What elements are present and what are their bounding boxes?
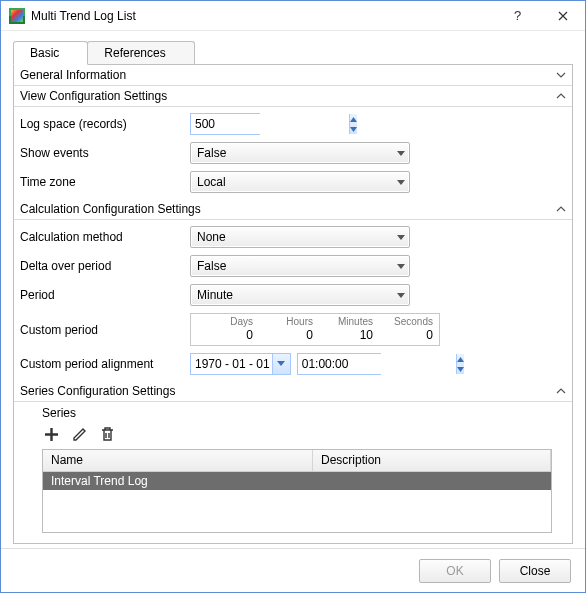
cell-name: Interval Trend Log (43, 474, 313, 488)
tab-panel: General Information View Configuration S… (13, 64, 573, 544)
table-row[interactable]: Interval Trend Log (43, 472, 551, 490)
spin-up-button[interactable] (457, 354, 464, 364)
chevron-down-icon (397, 230, 405, 244)
help-button[interactable]: ? (495, 1, 540, 31)
row-time-zone: Time zone Local (14, 169, 572, 195)
chevron-down-icon (556, 70, 566, 80)
series-grid: Name Description Interval Trend Log (42, 449, 552, 533)
row-log-space: Log space (records) (14, 111, 572, 137)
col-name[interactable]: Name (43, 450, 313, 471)
dialog-footer: OK Close (1, 548, 585, 592)
hours-label: Hours (257, 316, 313, 328)
pencil-icon (71, 426, 88, 443)
chevron-down-icon (397, 175, 405, 189)
log-space-spinbox[interactable] (190, 113, 260, 135)
delete-button[interactable] (98, 425, 116, 443)
section-series-title: Series Configuration Settings (20, 384, 175, 398)
tab-basic[interactable]: Basic (13, 41, 88, 65)
series-subtitle: Series (42, 406, 552, 420)
grid-body: Interval Trend Log (43, 472, 551, 532)
add-button[interactable] (42, 425, 60, 443)
row-show-events: Show events False (14, 140, 572, 166)
chevron-down-icon (397, 259, 405, 273)
content-area: Basic References General Information Vie… (1, 31, 585, 548)
period-combo[interactable]: Minute (190, 284, 410, 306)
section-calc-body: Calculation method None Delta over perio… (14, 220, 572, 381)
col-description[interactable]: Description (313, 450, 551, 471)
row-calc-method: Calculation method None (14, 224, 572, 250)
titlebar: Multi Trend Log List ? (1, 1, 585, 31)
period-label: Period (20, 288, 190, 302)
section-calc-header[interactable]: Calculation Configuration Settings (14, 199, 572, 220)
grid-header: Name Description (43, 450, 551, 472)
custom-period-box[interactable]: Days 0 Hours 0 Minutes 10 Seconds (190, 313, 440, 346)
tab-strip: Basic References (13, 41, 573, 64)
align-time-spinbox[interactable] (297, 353, 381, 375)
show-events-combo[interactable]: False (190, 142, 410, 164)
delta-combo[interactable]: False (190, 255, 410, 277)
hours-value[interactable]: 0 (306, 328, 313, 342)
log-space-label: Log space (records) (20, 117, 190, 131)
spin-up-button[interactable] (350, 114, 357, 124)
section-view-header[interactable]: View Configuration Settings (14, 86, 572, 107)
calc-method-combo[interactable]: None (190, 226, 410, 248)
close-icon (558, 11, 568, 21)
row-period: Period Minute (14, 282, 572, 308)
section-series-header[interactable]: Series Configuration Settings (14, 381, 572, 402)
spin-down-button[interactable] (350, 124, 357, 134)
chevron-up-icon (556, 91, 566, 101)
edit-button[interactable] (70, 425, 88, 443)
minutes-value[interactable]: 10 (360, 328, 373, 342)
calc-method-label: Calculation method (20, 230, 190, 244)
date-dropdown-button[interactable] (272, 354, 290, 374)
close-button[interactable]: Close (499, 559, 571, 583)
custom-period-label: Custom period (20, 323, 190, 337)
section-general-header[interactable]: General Information (14, 65, 572, 86)
show-events-label: Show events (20, 146, 190, 160)
row-align: Custom period alignment 1970 - 01 - 01 (14, 351, 572, 377)
seconds-value[interactable]: 0 (426, 328, 433, 342)
minutes-label: Minutes (317, 316, 373, 328)
series-toolbar (42, 425, 552, 443)
chevron-up-icon (556, 204, 566, 214)
spin-down-button[interactable] (457, 364, 464, 374)
section-calc-title: Calculation Configuration Settings (20, 202, 201, 216)
chevron-up-icon (556, 386, 566, 396)
align-label: Custom period alignment (20, 357, 190, 371)
align-date-picker[interactable]: 1970 - 01 - 01 (190, 353, 291, 375)
row-custom-period: Custom period Days 0 Hours 0 Minutes 10 (14, 311, 572, 348)
align-time-input[interactable] (298, 354, 456, 374)
row-delta: Delta over period False (14, 253, 572, 279)
ok-button[interactable]: OK (419, 559, 491, 583)
tab-references[interactable]: References (87, 41, 194, 64)
days-value[interactable]: 0 (246, 328, 253, 342)
chevron-down-icon (397, 146, 405, 160)
time-zone-label: Time zone (20, 175, 190, 189)
section-general-title: General Information (20, 68, 126, 82)
days-label: Days (197, 316, 253, 328)
log-space-input[interactable] (191, 114, 349, 134)
time-zone-combo[interactable]: Local (190, 171, 410, 193)
section-view-title: View Configuration Settings (20, 89, 167, 103)
section-series-body: Series Name Description (14, 402, 572, 539)
seconds-label: Seconds (377, 316, 433, 328)
chevron-down-icon (397, 288, 405, 302)
app-icon (9, 8, 25, 24)
window-close-button[interactable] (540, 1, 585, 31)
plus-icon (43, 426, 60, 443)
window-title: Multi Trend Log List (31, 9, 136, 23)
delta-label: Delta over period (20, 259, 190, 273)
dialog-window: Multi Trend Log List ? Basic References … (0, 0, 586, 593)
trash-icon (99, 426, 116, 443)
section-view-body: Log space (records) Show events (14, 107, 572, 199)
